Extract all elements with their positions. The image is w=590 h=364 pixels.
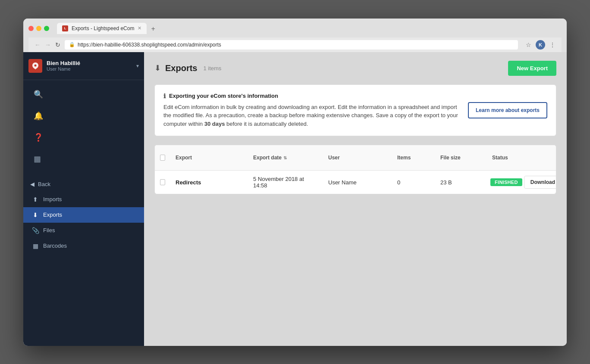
help-icon: ❓ bbox=[34, 133, 43, 142]
tab-favicon: L bbox=[62, 25, 68, 31]
row-checkbox[interactable] bbox=[160, 179, 165, 185]
status-badge: FINISHED bbox=[490, 178, 522, 186]
browser-chrome: L Exports - Lightspeed eCom ✕ + ← → ↻ 🔒 … bbox=[23, 19, 567, 52]
tab-title: Exports - Lightspeed eCom bbox=[72, 25, 134, 31]
info-box-text: Edit eCom information in bulk by creatin… bbox=[163, 103, 461, 128]
row-items: 0 bbox=[392, 174, 435, 191]
browser-window: L Exports - Lightspeed eCom ✕ + ← → ↻ 🔒 … bbox=[23, 19, 567, 346]
sidebar-dropdown-button[interactable]: ▾ bbox=[136, 63, 139, 69]
bell-icon: 🔔 bbox=[34, 111, 43, 121]
row-export-date: 5 November 2018 at 14:58 bbox=[248, 171, 323, 194]
search-icon: 🔍 bbox=[34, 90, 43, 99]
header-user-label: User bbox=[328, 155, 340, 161]
header-status: Status bbox=[487, 149, 556, 166]
address-actions: ☆ K ⋮ bbox=[525, 40, 556, 50]
sidebar-icon-notifications[interactable]: 🔔 bbox=[23, 105, 144, 127]
page-title: Exports bbox=[165, 63, 197, 73]
browser-tabs: L Exports - Lightspeed eCom ✕ + bbox=[57, 23, 159, 34]
sidebar-barcodes-label: Barcodes bbox=[43, 243, 67, 249]
header-items-label: Items bbox=[397, 155, 411, 161]
header-export-label: Export bbox=[176, 155, 192, 161]
header-file-size-label: File size bbox=[440, 155, 461, 161]
sidebar: Bien Habillié User Name ▾ 🔍 🔔 ❓ ▦ bbox=[23, 52, 144, 346]
download-button[interactable]: Download bbox=[524, 176, 556, 189]
info-text-part2: before it is automatically deleted. bbox=[225, 121, 308, 127]
browser-dots bbox=[28, 26, 49, 31]
sidebar-item-barcodes[interactable]: ▦ Barcodes bbox=[23, 238, 144, 254]
files-icon: 📎 bbox=[32, 227, 39, 234]
sidebar-imports-label: Imports bbox=[43, 196, 62, 202]
back-nav-button[interactable]: ← bbox=[34, 41, 41, 49]
new-tab-button[interactable]: + bbox=[148, 24, 158, 34]
forward-nav-button[interactable]: → bbox=[44, 41, 52, 49]
svg-point-0 bbox=[35, 64, 37, 66]
sidebar-logo bbox=[28, 59, 42, 73]
row-checkbox-cell bbox=[155, 174, 170, 190]
back-arrow-icon: ◀ bbox=[30, 181, 35, 187]
exports-icon: ⬇ bbox=[32, 212, 39, 218]
sidebar-item-back[interactable]: ◀ Back bbox=[23, 177, 144, 192]
sort-icon: ⇅ bbox=[283, 156, 287, 160]
browser-titlebar: L Exports - Lightspeed eCom ✕ + bbox=[28, 23, 562, 34]
learn-more-button[interactable]: Learn more about exports bbox=[468, 102, 547, 118]
lock-icon: 🔒 bbox=[69, 42, 75, 47]
header-export: Export bbox=[170, 149, 248, 166]
header-status-label: Status bbox=[492, 155, 508, 161]
tab-close-button[interactable]: ✕ bbox=[138, 26, 141, 31]
url-text: https://bien-habillie-606338.shoplightsp… bbox=[78, 42, 221, 48]
app-content: Bien Habillié User Name ▾ 🔍 🔔 ❓ ▦ bbox=[23, 52, 567, 346]
imports-icon: ⬆ bbox=[32, 196, 39, 203]
page-header: ⬇ Exports 1 items New Export bbox=[154, 61, 556, 76]
table-header: Export Export date ⇅ User Items File siz… bbox=[155, 145, 556, 171]
info-box: ℹ Exporting your eCom store's informatio… bbox=[154, 84, 556, 137]
info-box-title: ℹ Exporting your eCom store's informatio… bbox=[163, 93, 461, 100]
nav-buttons: ← → ↻ bbox=[34, 41, 61, 49]
row-export-name: Redirects bbox=[170, 174, 248, 191]
sidebar-item-exports[interactable]: ⬇ Exports bbox=[23, 207, 144, 223]
table-row: Redirects 5 November 2018 at 14:58 User … bbox=[155, 171, 556, 194]
main-content: ⬇ Exports 1 items New Export ℹ Exporting… bbox=[144, 52, 567, 346]
sidebar-exports-label: Exports bbox=[43, 212, 62, 218]
header-export-date-label: Export date bbox=[253, 155, 282, 161]
barcodes-icon: ▦ bbox=[32, 243, 39, 249]
sidebar-store-name: Bien Habillié bbox=[47, 60, 132, 66]
header-items: Items bbox=[392, 149, 435, 166]
sidebar-store-info: Bien Habillié User Name bbox=[47, 60, 132, 72]
select-all-checkbox[interactable] bbox=[160, 155, 165, 161]
maximize-dot[interactable] bbox=[44, 26, 49, 31]
info-box-content: ℹ Exporting your eCom store's informatio… bbox=[163, 93, 461, 128]
page-item-count: 1 items bbox=[203, 65, 221, 72]
browser-menu-button[interactable]: ⋮ bbox=[549, 40, 556, 49]
header-user: User bbox=[323, 149, 392, 166]
minimize-dot[interactable] bbox=[36, 26, 41, 31]
sidebar-item-imports[interactable]: ⬆ Imports bbox=[23, 192, 144, 207]
info-circle-icon: ℹ bbox=[163, 93, 166, 100]
page-title-icon: ⬇ bbox=[154, 63, 161, 73]
sidebar-nav: ◀ Back ⬆ Imports ⬇ Exports 📎 Files ▦ bbox=[23, 173, 144, 257]
sidebar-icon-help[interactable]: ❓ bbox=[23, 127, 144, 148]
sidebar-back-label: Back bbox=[38, 181, 50, 187]
profile-avatar[interactable]: K bbox=[536, 40, 545, 50]
header-export-date[interactable]: Export date ⇅ bbox=[248, 149, 323, 166]
reload-nav-button[interactable]: ↻ bbox=[54, 41, 61, 49]
sidebar-username: User Name bbox=[47, 66, 132, 72]
sidebar-icon-column: 🔍 🔔 ❓ ▦ bbox=[23, 80, 144, 173]
info-text-bold: 30 days bbox=[204, 121, 225, 127]
new-export-button[interactable]: New Export bbox=[508, 61, 556, 76]
browser-addressbar: ← → ↻ 🔒 https://bien-habillie-606338.sho… bbox=[28, 37, 562, 52]
browser-tab[interactable]: L Exports - Lightspeed eCom ✕ bbox=[57, 23, 147, 34]
header-file-size: File size bbox=[435, 149, 487, 166]
sidebar-item-files[interactable]: 📎 Files bbox=[23, 223, 144, 238]
row-user: User Name bbox=[323, 174, 392, 191]
bookmark-button[interactable]: ☆ bbox=[525, 40, 532, 49]
exports-table: Export Export date ⇅ User Items File siz… bbox=[154, 145, 556, 194]
close-dot[interactable] bbox=[28, 26, 34, 31]
row-file-size: 23 B bbox=[435, 174, 487, 191]
row-action-cell: FINISHED Download bbox=[487, 172, 556, 192]
sidebar-files-label: Files bbox=[43, 227, 55, 233]
sidebar-icon-reports[interactable]: ▦ bbox=[23, 148, 144, 170]
reports-icon: ▦ bbox=[34, 154, 41, 164]
address-bar[interactable]: 🔒 https://bien-habillie-606338.shoplight… bbox=[65, 40, 518, 50]
sidebar-icon-search[interactable]: 🔍 bbox=[23, 84, 144, 105]
sidebar-header: Bien Habillié User Name ▾ bbox=[23, 52, 144, 80]
